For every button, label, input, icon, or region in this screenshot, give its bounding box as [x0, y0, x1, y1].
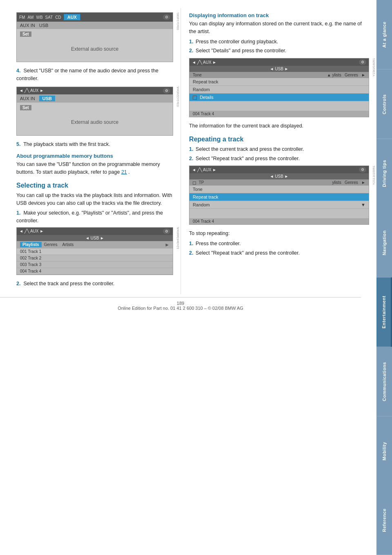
right-column: Displaying information on track You can … — [181, 8, 376, 294]
track-row-3: 003 Track 3 — [17, 262, 173, 268]
screen2-topbar: ◄ ╱╲ AUX ► ⚙ — [17, 87, 173, 94]
rep-step2: 2.Select "Repeat track" and press the co… — [189, 155, 369, 163]
sidebar: At a glance Controls Driving tips Naviga… — [376, 0, 392, 555]
disp-info-text: The information for the current track ar… — [189, 122, 369, 130]
screen1-topbar: FM AM WB SAT CD AUX ⚙ — [17, 13, 173, 22]
track-row-4: 004 Track 4 — [17, 268, 173, 275]
about-section: About programmable memory buttons You ca… — [16, 153, 173, 176]
disp-step2: 2.Select "Details" and press the control… — [189, 47, 369, 55]
disp-step1: 1.Press the controller during playback. — [189, 38, 369, 46]
screen-details: ◄ ╱╲ AUX ► ⚙ ◄ USB ► Tone ▲ ylists Genre… — [189, 58, 369, 117]
stop-step1: 1.Press the controller. — [189, 240, 369, 248]
sidebar-item-navigation[interactable]: Navigation — [376, 208, 392, 278]
stop-repeat-label: To stop repeating: — [189, 230, 369, 237]
repeating-title: Repeating a track — [189, 136, 369, 143]
select-step2: 2. Select the track and press the contro… — [16, 280, 173, 288]
screen-repeat-nav: ◄ ╱╲ AUX ► ⚙ — [189, 166, 369, 173]
menu-row-details: Details — [189, 94, 369, 101]
displaying-title: Displaying information on track — [189, 12, 369, 18]
selecting-text: You can call up the tracks via the playb… — [16, 192, 173, 207]
settings-icon3: ⚙ — [163, 228, 170, 234]
screen2-body: Set External audio source — [17, 103, 173, 135]
menu-row-repeat-track: Repeat track — [189, 193, 369, 201]
sidebar-item-entertainment[interactable]: Entertainment — [376, 278, 392, 347]
screen1-wrapper: FM AM WB SAT CD AUX ⚙ AUX IN USB Set — [16, 12, 173, 62]
sidebar-item-controls[interactable]: Controls — [376, 69, 392, 139]
playlist-tracks: 001 Track 1 002 Track 2 003 Track 3 004 … — [17, 248, 173, 275]
menu-row-random2: Random ▼ — [189, 201, 369, 209]
rep-step1: 1.Select the current track and press the… — [189, 145, 369, 153]
screen3-wrapper: ◄ ╱╲ AUX ► ⚙ ◄ USB ► Playlists Genres Ar… — [16, 227, 173, 275]
step5-container: 5. The playback starts with the first tr… — [16, 141, 173, 148]
screen-repeat-menu-top: TP ylists Genres ► — [189, 179, 369, 186]
screen-repeat-footer: 004 Track 4 — [189, 218, 369, 224]
track-row-2: 002 Track 2 — [17, 255, 173, 262]
screen-repeat: ◄ ╱╲ AUX ► ⚙ ◄ USB ► TP ylists Genres ► … — [189, 166, 369, 225]
copyright-text: Online Edition for Part no. 01 41 2 600 … — [118, 306, 243, 311]
playlist-tabs: Playlists Genres Artists ► — [17, 241, 173, 248]
menu-row-tone: Tone — [189, 186, 369, 193]
selecting-title: Selecting a track — [16, 182, 173, 189]
screen-details-wrapper: ◄ ╱╲ AUX ► ⚙ ◄ USB ► Tone ▲ ylists Genre… — [189, 58, 369, 117]
step5-text: 5. The playback starts with the first tr… — [16, 141, 173, 148]
settings-icon2: ⚙ — [163, 88, 170, 94]
screen2-wrapper: ◄ ╱╲ AUX ► ⚙ AUX IN USB Set External aud… — [16, 87, 173, 136]
screen-details-menu-top: Tone ▲ ylists Genres ► — [189, 72, 369, 78]
sidebar-item-mobility[interactable]: Mobility — [376, 416, 392, 486]
screen1: FM AM WB SAT CD AUX ⚙ AUX IN USB Set — [16, 12, 173, 62]
repeat-steps: 1.Select the current track and press the… — [189, 145, 369, 163]
menu-row-repeat: Repeat track — [189, 78, 369, 86]
screen3: ◄ ╱╲ AUX ► ⚙ ◄ USB ► Playlists Genres Ar… — [16, 227, 173, 275]
step4-container: 4. Select "USB" or the name of the audio… — [16, 67, 173, 83]
select-step1: 1. Make your selection, e.g. "Playlists"… — [16, 209, 173, 225]
screen-details-footer: 004 Track 4 — [189, 111, 369, 117]
screen1-row2: AUX IN USB — [17, 22, 173, 29]
page-number: 189 — [177, 301, 184, 306]
screen1-id: 03x1c1d081 — [176, 12, 180, 30]
displaying-section: Displaying information on track You can … — [189, 12, 369, 130]
stop-steps: 1.Press the controller. 2.Select "Repeat… — [189, 240, 369, 257]
screen2-row2: AUX IN USB — [17, 94, 173, 103]
displaying-text: You can display any information stored o… — [189, 20, 369, 36]
selecting-section: Selecting a track You can call up the tr… — [16, 182, 173, 288]
sidebar-item-driving[interactable]: Driving tips — [376, 139, 392, 208]
sidebar-item-reference[interactable]: Reference — [376, 486, 392, 555]
screen3-topbar: ◄ ╱╲ AUX ► ⚙ — [17, 228, 173, 235]
page-footer: 189 Online Edition for Part no. 01 41 2 … — [0, 297, 361, 311]
sidebar-item-communications[interactable]: Communications — [376, 347, 392, 416]
screen-details-menu: Repeat track Random Details — [189, 78, 369, 111]
menu-row-random: Random — [189, 86, 369, 94]
screen-details-nav: ◄ ╱╲ AUX ► ⚙ — [189, 58, 369, 66]
about-title: About programmable memory buttons — [16, 153, 173, 159]
about-link[interactable]: 21 — [121, 169, 127, 175]
screen-details-subnav: ◄ USB ► — [189, 66, 369, 72]
settings-icon: ⚙ — [163, 14, 170, 20]
left-column: FM AM WB SAT CD AUX ⚙ AUX IN USB Set — [0, 8, 180, 294]
screen-repeat-wrapper: ◄ ╱╲ AUX ► ⚙ ◄ USB ► TP ylists Genres ► … — [189, 166, 369, 225]
screen2: ◄ ╱╲ AUX ► ⚙ AUX IN USB Set External aud… — [16, 87, 173, 136]
step4-text: 4. Select "USB" or the name of the audio… — [16, 67, 173, 83]
two-columns: FM AM WB SAT CD AUX ⚙ AUX IN USB Set — [0, 8, 376, 294]
sidebar-item-at-glance[interactable]: At a glance — [376, 0, 392, 69]
displaying-steps: 1.Press the controller during playback. … — [189, 38, 369, 55]
screen-repeat-menu: Tone Repeat track Random ▼ — [189, 186, 369, 218]
repeating-section: Repeating a track 1.Select the current t… — [189, 136, 369, 257]
screen3-id: 12x3e63dd0eA — [176, 227, 180, 249]
screen1-body: Set External audio source — [17, 29, 173, 62]
screen2-id: 03x1c22d0eA — [176, 87, 180, 107]
about-text: You can save the "USB" function on the p… — [16, 161, 173, 176]
main-content: FM AM WB SAT CD AUX ⚙ AUX IN USB Set — [0, 0, 376, 319]
stop-step2: 2.Select "Repeat track" and press the co… — [189, 249, 369, 257]
screen-repeat-subnav: ◄ USB ► — [189, 173, 369, 179]
track-row-1: 001 Track 1 — [17, 248, 173, 255]
screen3-subnav: ◄ USB ► — [17, 235, 173, 241]
